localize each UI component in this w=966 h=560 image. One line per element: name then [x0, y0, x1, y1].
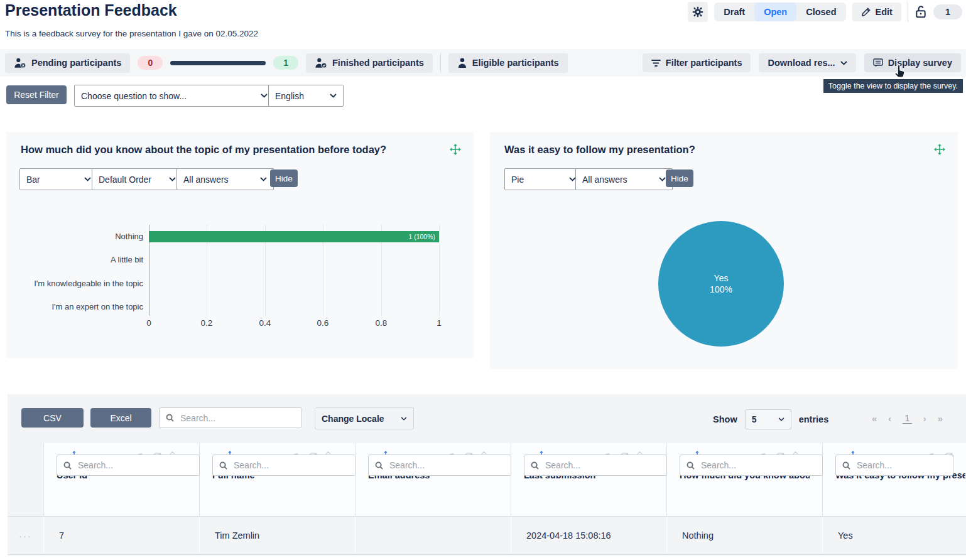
column-search-input[interactable]: [77, 460, 193, 471]
next-page-button[interactable]: ›: [923, 413, 926, 424]
page-size-select[interactable]: 5: [745, 409, 791, 429]
search-icon: [842, 461, 850, 470]
table-search: [159, 407, 302, 428]
hide-chart-button[interactable]: Hide: [666, 170, 693, 187]
edit-label: Edit: [876, 7, 893, 17]
column-search-input[interactable]: [388, 460, 504, 471]
person-check-icon: [315, 58, 327, 68]
display-survey-button[interactable]: Display survey: [864, 53, 961, 72]
chevron-down-icon: [659, 177, 666, 181]
chevron-down-icon: [261, 94, 268, 98]
header-actions: Draft Open Closed Edit 1: [688, 1, 962, 23]
bar-chart-card: How much did you know about the topic of…: [6, 132, 474, 358]
tab-open[interactable]: Open: [754, 3, 796, 21]
column-header-fullname: Full name: [200, 443, 355, 516]
page-title: Presentation Feedback: [5, 1, 177, 19]
chat-square-icon: [873, 58, 883, 68]
gridline: [439, 225, 440, 316]
prev-page-button[interactable]: ‹: [888, 413, 891, 424]
drag-move-icon[interactable]: [450, 144, 461, 155]
chart-type-select[interactable]: Pie: [504, 168, 583, 190]
pie-slice-yes: Yes 100%: [658, 221, 784, 347]
bar-chart-title: How much did you know about the topic of…: [21, 144, 386, 156]
category-label: I'm knowledgeable in the topic: [34, 279, 143, 288]
tab-closed[interactable]: Closed: [796, 3, 845, 21]
pending-participants-button[interactable]: Pending participants: [5, 53, 130, 73]
question-select-value: Choose question to show...: [81, 91, 187, 101]
column-search: [212, 455, 355, 476]
chart-order-select[interactable]: Default Order: [92, 168, 183, 190]
row-menu-header-cell: [8, 443, 44, 516]
finished-participants-label: Finished participants: [332, 58, 424, 68]
cell-lastsubmission: 2024-04-18 15:08:16: [511, 517, 667, 554]
page-size-value: 5: [752, 414, 757, 424]
unlock-icon[interactable]: [914, 5, 927, 19]
language-select[interactable]: English: [268, 85, 344, 107]
chart-answers-value: All answers: [183, 175, 229, 185]
change-locale-select[interactable]: Change Locale: [315, 407, 414, 429]
chevron-down-icon: [401, 417, 407, 421]
eligible-participants-button[interactable]: Eligible participants: [448, 53, 568, 73]
settings-button[interactable]: [688, 2, 708, 22]
column-search: [368, 455, 511, 476]
filter-participants-button[interactable]: Filter participants: [643, 53, 751, 72]
edit-button[interactable]: Edit: [852, 3, 901, 21]
category-label: I'm an expert on the topic: [52, 302, 143, 311]
tab-draft[interactable]: Draft: [714, 3, 754, 21]
column-search: [680, 455, 823, 476]
table-row: ··· 7 Tim Zemlin 2024-04-18 15:08:16 Not…: [8, 516, 966, 555]
column-header-email: Email address: [355, 443, 511, 516]
column-header-lastsubmission: Last submission: [511, 443, 667, 516]
search-icon: [375, 461, 383, 470]
category-label: Nothing: [115, 232, 143, 241]
column-search-input[interactable]: [544, 460, 660, 471]
column-search-input[interactable]: [232, 460, 349, 471]
chart-answers-select[interactable]: All answers: [575, 168, 673, 190]
page: Presentation Feedback This is a feedback…: [0, 0, 966, 560]
chevron-down-icon: [840, 61, 847, 65]
x-tick: 0.2: [201, 318, 213, 328]
pie-chart-title: Was it easy to follow my presentation?: [504, 144, 695, 156]
responses-table: User id Full name: [8, 443, 966, 555]
cell-fullname: Tim Zemlin: [200, 517, 355, 554]
cell-userid: 7: [44, 517, 200, 554]
eligible-participants-label: Eligible participants: [472, 58, 559, 68]
drag-move-icon[interactable]: [934, 144, 945, 155]
chart-type-value: Pie: [511, 175, 524, 185]
search-icon: [63, 461, 72, 470]
row-menu-button[interactable]: ···: [8, 517, 44, 554]
x-tick: 0.6: [317, 318, 329, 328]
chart-type-select[interactable]: Bar: [19, 168, 98, 190]
search-icon: [531, 461, 539, 470]
language-select-value: English: [275, 91, 304, 101]
user-count-badge[interactable]: 1: [933, 4, 962, 19]
first-page-button[interactable]: «: [872, 413, 877, 424]
hide-chart-button[interactable]: Hide: [270, 170, 298, 187]
show-label: Show: [713, 414, 737, 424]
page-size-control: Show 5 entries: [713, 409, 828, 429]
pencil-icon: [861, 8, 871, 17]
column-search: [57, 455, 200, 476]
finished-participants-button[interactable]: Finished participants: [306, 53, 433, 73]
chart-order-value: Default Order: [99, 175, 151, 185]
search-icon: [687, 461, 695, 470]
last-page-button[interactable]: »: [938, 413, 943, 424]
export-csv-button[interactable]: CSV: [21, 408, 84, 428]
reset-filter-button[interactable]: Reset Filter: [6, 85, 67, 104]
chevron-down-icon: [260, 177, 267, 181]
current-page[interactable]: 1: [903, 412, 911, 424]
chevron-down-icon: [169, 177, 176, 181]
chart-answers-select[interactable]: All answers: [176, 168, 274, 190]
question-select[interactable]: Choose question to show...: [74, 85, 274, 107]
gear-icon: [692, 6, 703, 18]
page-subtitle: This is a feedback survey for the presen…: [5, 29, 258, 38]
download-responses-button[interactable]: Download res...: [759, 53, 855, 72]
column-search: [524, 455, 667, 476]
entries-label: entries: [799, 414, 829, 424]
export-excel-button[interactable]: Excel: [90, 408, 151, 428]
person-icon: [457, 58, 467, 68]
column-search-input[interactable]: [700, 460, 816, 471]
table-search-input[interactable]: [179, 412, 295, 424]
column-search-input[interactable]: [855, 460, 947, 471]
cell-email: [355, 517, 511, 554]
